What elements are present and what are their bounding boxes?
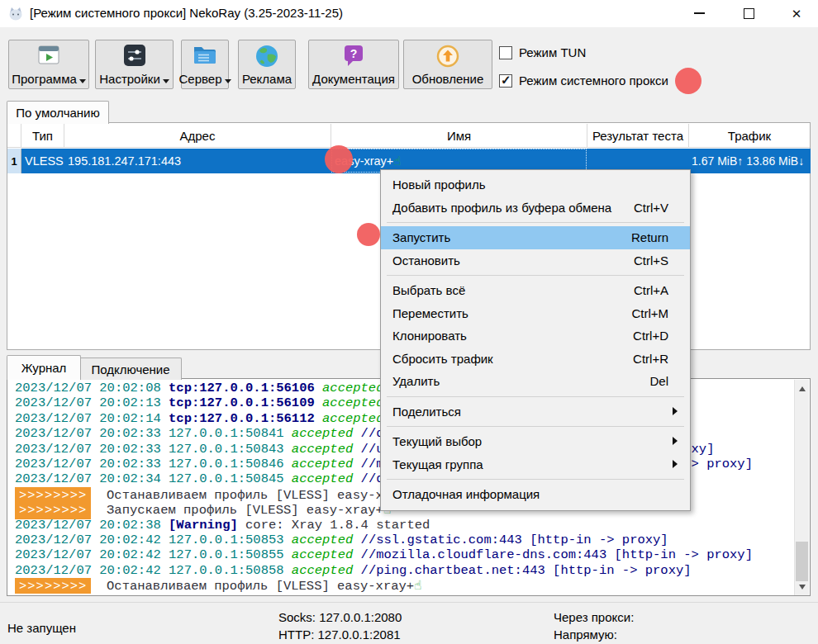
cell-address: 195.181.247.171:443 [68, 149, 328, 173]
log-line: 2023/12/07 20:02:42 127.0.0.1:50858 acce… [8, 563, 795, 578]
context-menu-item[interactable]: Выбрать всёCtrl+A [381, 279, 690, 302]
ads-button[interactable]: Реклама [238, 40, 296, 89]
checkbox-checked-icon: ✓ [499, 74, 512, 88]
column-header-address[interactable]: Адрес [64, 124, 331, 148]
submenu-arrow-icon [673, 437, 682, 445]
minimize-icon [694, 12, 705, 14]
nekoray-window: [Режим системного прокси] NekoRay (3.25-… [0, 0, 818, 644]
window-title: [Режим системного прокси] NekoRay (3.25-… [30, 6, 343, 20]
status-bar: Не запущен Socks: 127.0.0.1:2080 HTTP: 1… [0, 602, 818, 644]
program-button[interactable]: Программа [8, 40, 89, 89]
app-window-icon [36, 44, 61, 67]
menu-separator [387, 426, 684, 427]
cell-type: VLESS [25, 149, 64, 173]
context-menu-item[interactable]: ЗапуститьReturn [381, 226, 690, 249]
menu-separator [387, 396, 684, 397]
context-menu-item[interactable]: Поделиться [381, 400, 690, 424]
settings-button-label: Настройки [99, 72, 160, 86]
server-button-label: Сервер [179, 72, 222, 86]
column-header-type[interactable]: Тип [21, 124, 64, 148]
menu-item-label: Остановить [392, 253, 460, 268]
minimize-button[interactable] [680, 0, 718, 26]
menu-item-label: Удалить [392, 374, 440, 388]
menu-item-label: Отладочная информация [392, 487, 540, 501]
group-tab-default[interactable]: По умолчанию [7, 101, 109, 124]
submenu-arrow-icon [673, 407, 682, 415]
maximize-icon [744, 8, 754, 19]
pointing-hand-icon: ☝ [414, 578, 421, 593]
menu-item-label: Поделиться [392, 405, 461, 419]
tab-connections[interactable]: Подключение [79, 358, 182, 380]
arrow-down-icon [799, 585, 806, 593]
tab-connections-label: Подключение [91, 362, 169, 376]
menu-item-label: Выбрать всё [392, 283, 465, 297]
scroll-down-button[interactable] [795, 581, 809, 595]
menu-item-shortcut: Ctrl+S [634, 253, 668, 268]
update-button[interactable]: Обновление [403, 40, 492, 89]
status-http: HTTP: 127.0.0.1:2081 [278, 627, 401, 642]
close-button[interactable]: ✕ [778, 0, 816, 26]
menu-item-shortcut: Ctrl+V [634, 201, 668, 215]
settings-sliders-icon [123, 44, 146, 67]
svg-text:?: ? [350, 47, 358, 60]
menu-item-shortcut: Ctrl+D [633, 329, 668, 343]
context-menu-item[interactable]: ПереместитьCtrl+M [381, 302, 690, 325]
column-header-traffic[interactable]: Трафик [689, 124, 810, 148]
context-menu-item[interactable]: КлонироватьCtrl+D [381, 324, 690, 348]
context-menu: Новый профильДобавить профиль из буфера … [380, 169, 691, 511]
context-menu-item[interactable]: Сбросить трафикCtrl+R [381, 348, 690, 371]
scroll-up-button[interactable] [795, 380, 809, 394]
close-icon: ✕ [792, 7, 802, 20]
documentation-button[interactable]: ? Документация [308, 40, 399, 89]
menu-item-label: Текущий выбор [392, 434, 482, 448]
dropdown-arrow-icon [225, 79, 231, 87]
context-menu-item[interactable]: УдалитьDel [381, 370, 690, 393]
menu-item-shortcut: Return [631, 230, 668, 244]
red-dot-marker [325, 145, 353, 173]
documentation-button-label: Документация [312, 72, 395, 86]
menu-item-label: Текущая группа [392, 457, 483, 471]
context-menu-item[interactable]: Текущая группа [381, 453, 690, 476]
column-header-test-result[interactable]: Результат теста [587, 124, 689, 148]
settings-button[interactable]: Настройки [95, 40, 174, 89]
arrow-up-icon [799, 383, 806, 391]
red-dot-marker [357, 223, 380, 246]
table-corner-cell [7, 124, 21, 148]
checkbox-unchecked-icon [499, 46, 512, 59]
tun-mode-label: Режим TUN [519, 45, 586, 59]
context-menu-item[interactable]: Отладочная информация [381, 483, 690, 506]
menu-item-label: Переместить [392, 306, 468, 320]
menu-separator [387, 275, 684, 276]
maximize-button[interactable] [730, 0, 768, 26]
row-number: 1 [7, 149, 21, 173]
status-state: Не запущен [7, 621, 76, 635]
help-bubble-icon: ? [341, 44, 366, 69]
log-line: 2023/12/07 20:02:42 127.0.0.1:50853 acce… [8, 533, 795, 547]
tun-mode-checkbox[interactable]: Режим TUN [499, 45, 586, 59]
cell-traffic: 1.67 MiB↑ 13.86 MiB↓ [692, 149, 811, 173]
status-socks: Socks: 127.0.0.1:2080 [278, 610, 402, 624]
menu-item-shortcut: Ctrl+M [631, 306, 668, 320]
log-scrollbar[interactable] [794, 380, 809, 595]
menu-item-label: Запустить [392, 230, 450, 244]
system-proxy-label: Режим системного прокси [519, 73, 668, 88]
context-menu-item[interactable]: Новый профиль [381, 173, 690, 197]
context-menu-item[interactable]: Текущий выбор [381, 430, 690, 453]
tab-log[interactable]: Журнал [7, 355, 81, 380]
context-menu-item[interactable]: Добавить профиль из буфера обменаCtrl+V [381, 197, 690, 220]
group-tab-label: По умолчанию [16, 106, 99, 120]
menu-item-shortcut: Ctrl+A [634, 283, 668, 297]
server-button[interactable]: Сервер [181, 40, 229, 89]
globe-icon [254, 44, 279, 69]
tab-log-label: Журнал [21, 361, 67, 375]
system-proxy-checkbox[interactable]: ✓ Режим системного прокси [499, 73, 668, 88]
context-menu-item[interactable]: ОстановитьCtrl+S [381, 249, 690, 272]
ads-button-label: Реклама [242, 72, 292, 86]
column-header-name[interactable]: Имя [331, 124, 587, 148]
server-folder-icon [193, 44, 217, 66]
scrollbar-thumb[interactable] [796, 542, 808, 581]
program-button-label: Программа [12, 72, 77, 86]
menu-separator [387, 222, 684, 223]
app-logo-icon [8, 6, 23, 21]
status-via-proxy: Через прокси: [554, 610, 634, 624]
